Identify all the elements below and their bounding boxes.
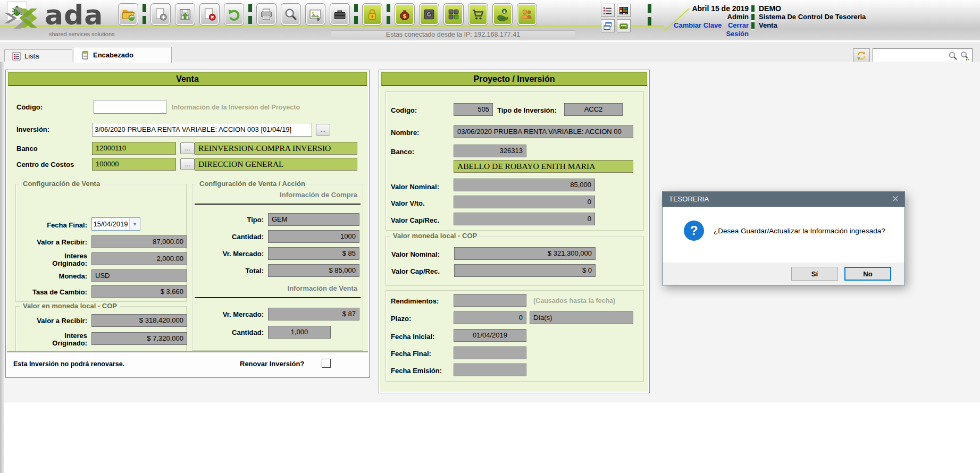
tab-bar: Lista Encabezado [0, 40, 980, 62]
proyecto-fecha-final-label: Fecha Final: [391, 350, 431, 358]
toolbar-separator [248, 4, 252, 26]
header-separator [751, 5, 755, 30]
codigo-label: Código: [16, 103, 43, 111]
config-accion-title: Configuración de Venta / Acción [197, 180, 308, 188]
print-button[interactable] [256, 3, 277, 26]
color-grid-button[interactable] [617, 4, 631, 17]
search-button[interactable] [281, 3, 301, 26]
info-compra-header: Información de Compra [192, 191, 357, 199]
new-record-icon [153, 7, 168, 22]
quick-search-box [873, 48, 973, 63]
renovar-label: Renovar Inversión? [240, 360, 304, 368]
export-image-button[interactable] [305, 3, 325, 26]
fecha-final-combo[interactable]: 15/04/2019 ▾ [91, 217, 140, 231]
current-date: Abril 15 de 2019 [654, 4, 749, 13]
valor-recibir-cop-field: $ 318,420,000 [91, 314, 187, 327]
config-venta-group: Configuración de Venta Fecha Final: 15/0… [15, 184, 187, 302]
tipo-inversion-field: ACC2 [564, 103, 623, 116]
users-button[interactable] [517, 3, 537, 26]
lock-button[interactable] [362, 3, 382, 26]
tools-button[interactable] [330, 3, 350, 26]
valor-caprec-cop-field: $ 0 [454, 264, 596, 277]
inversion-label: Inversión: [16, 125, 49, 133]
banco-name-field: REINVERSION-COMPRA INVERSIO [195, 142, 357, 155]
proyecto-banco-nombre-field: ABELLO DE ROBAYO ENITH MARIA [454, 160, 633, 173]
banco-code-input[interactable]: 12000110 [92, 142, 176, 155]
left-edge-strip [0, 62, 4, 473]
plazo-field: 0 [454, 311, 526, 324]
codigo-input[interactable] [94, 100, 166, 114]
tab-encabezado[interactable]: Encabezado [73, 47, 172, 63]
current-user: Admin [654, 13, 749, 21]
venta-panel-title: Venta [8, 72, 367, 86]
vault-button[interactable] [419, 3, 439, 26]
search-next-icon[interactable] [960, 50, 970, 61]
open-folder-button[interactable] [118, 3, 138, 26]
modules-button[interactable] [443, 3, 464, 26]
centro-costos-browse-button[interactable]: ... [180, 158, 195, 170]
print-icon [259, 7, 274, 22]
color-grid-icon [619, 6, 629, 15]
config-venta-title: Configuración de Venta [20, 180, 103, 188]
question-icon: ? [684, 221, 704, 241]
toolbar-separator [143, 4, 146, 26]
fecha-final-value: 15/04/2019 [92, 218, 129, 230]
renovar-checkbox[interactable] [322, 359, 331, 368]
tab-lista[interactable]: Lista [4, 49, 72, 63]
tab-encabezado-label: Encabezado [93, 51, 133, 59]
delete-icon [202, 7, 217, 22]
banco-browse-button[interactable]: ... [180, 142, 195, 154]
search-icon[interactable] [948, 50, 958, 61]
proyecto-nombre-label: Nombre: [391, 129, 419, 137]
centro-costos-input[interactable]: 100000 [92, 158, 176, 171]
info-venta-rule [195, 297, 361, 298]
tasa-cambio-field: $ 3,660 [91, 285, 187, 298]
valor-nominal-cop-field: $ 321,300,000 [454, 247, 596, 260]
tesoreria-dialog: TESORERIA ✕ ? ¿Desea Guardar/Actualizar … [662, 191, 905, 285]
proyecto-codigo-label: Codigo: [391, 106, 417, 114]
save-button[interactable] [175, 3, 195, 26]
search-icon [283, 7, 298, 22]
inversion-browse-button[interactable]: ... [316, 124, 330, 136]
plazo-unit-field: Día(s) [530, 311, 633, 324]
proyecto-banco-label: Banco: [391, 148, 414, 156]
cart-button[interactable] [468, 3, 488, 26]
document-icon [81, 51, 89, 60]
no-button[interactable]: No [844, 267, 891, 281]
list-icon [12, 52, 21, 61]
cantidad-compra-label: Cantidad: [194, 233, 264, 241]
inversion-input[interactable]: 3/06/2020 PRUEBA RENTA VARIABLE: ACCION … [92, 123, 312, 137]
save-icon [178, 7, 192, 22]
money-button[interactable]: $ [395, 3, 415, 26]
valor-local-group: Valor en moneda local - COP Valor a Reci… [15, 306, 187, 357]
valor-vto-label: Valor V/to. [391, 199, 425, 207]
fecha-inicial-label: Fecha Inicial: [391, 333, 434, 341]
report-lines-button[interactable] [601, 4, 615, 17]
logo-tagline: shared services solutions [49, 31, 115, 37]
vault-icon [422, 7, 437, 22]
new-record-button[interactable] [150, 3, 171, 26]
cash-register-button[interactable] [617, 19, 631, 32]
search-input[interactable] [873, 49, 948, 62]
valor-vto-field: 0 [454, 196, 595, 208]
rendimientos-label: Rendimientos: [391, 297, 439, 305]
close-icon[interactable]: ✕ [892, 192, 899, 207]
valor-recibir-label: Valor a Recibir: [17, 239, 87, 246]
valor-caprec-cop-label: Valor Cap/Rec. [391, 267, 440, 275]
delete-button[interactable] [199, 3, 220, 26]
logout-link[interactable]: Cerrar Sesión [726, 21, 749, 38]
payments-button[interactable]: $ [492, 3, 513, 26]
total-label: Total: [194, 267, 264, 275]
venta-footer: Esta Inversión no podrá renovarse. Renov… [7, 351, 368, 376]
change-password-link[interactable]: Cambiar Clave [674, 21, 722, 29]
proyecto-nombre-field: 03/06/2020 PRUEBA RENTA VARIABLE: ACCION… [454, 125, 633, 138]
valor-recibir-cop-label: Valor a Recibir: [17, 317, 87, 325]
cascade-windows-button[interactable] [601, 19, 615, 32]
proyecto-codigo-field: 505 [454, 103, 493, 116]
cantidad-venta-label: Cantidad: [194, 329, 264, 336]
tipo-field: GEM [268, 213, 359, 226]
refresh-button[interactable] [853, 48, 870, 63]
undo-button[interactable] [224, 3, 244, 26]
yes-button[interactable]: Sí [791, 267, 838, 281]
dialog-title: TESORERIA [663, 192, 904, 207]
